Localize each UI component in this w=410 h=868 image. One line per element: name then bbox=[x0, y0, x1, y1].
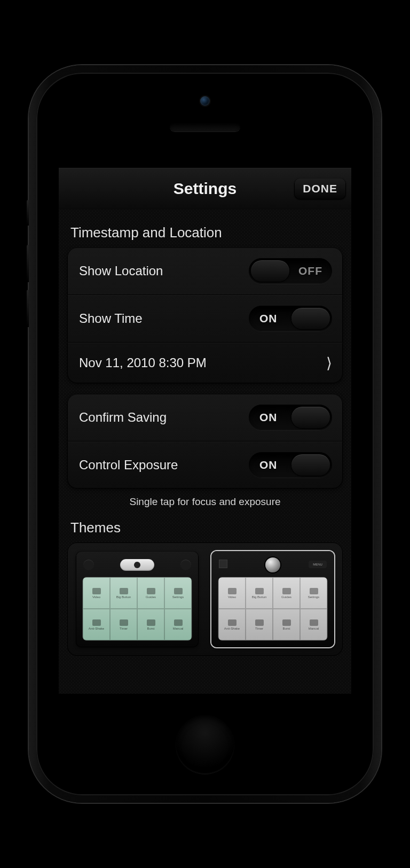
chevron-right-icon: ⟩ bbox=[326, 354, 332, 372]
phone-bezel: Settings DONE Timestamp and Location Sho… bbox=[36, 73, 374, 795]
row-control-exposure: Control Exposure ON bbox=[67, 441, 343, 489]
burst-icon bbox=[147, 619, 155, 626]
label-show-time: Show Time bbox=[79, 311, 143, 326]
menu-chip: MENU bbox=[309, 561, 327, 568]
section-title-themes: Themes bbox=[60, 510, 350, 542]
theme-cell: Video bbox=[218, 577, 246, 609]
theme-option-light[interactable]: MENU Video Big Button Guides Settings An… bbox=[211, 551, 334, 647]
label-confirm-saving: Confirm Saving bbox=[79, 410, 167, 425]
theme-cell-label: Manual bbox=[173, 627, 184, 630]
toggle-control-exposure-state: ON bbox=[259, 459, 278, 471]
row-show-time: Show Time ON bbox=[67, 294, 343, 342]
dot-icon bbox=[180, 560, 191, 570]
gear-icon bbox=[310, 588, 318, 594]
guides-icon bbox=[282, 588, 291, 594]
theme-cell-label: Guides bbox=[281, 595, 291, 599]
theme-cell-label: Timer bbox=[120, 627, 128, 630]
big-button-icon bbox=[255, 588, 264, 594]
shutter-dot-icon bbox=[265, 557, 280, 572]
toggle-show-location[interactable]: OFF bbox=[249, 258, 332, 284]
theme-cell-label: Settings bbox=[308, 595, 320, 599]
theme-cell-label: Big Button bbox=[116, 595, 131, 599]
theme-preview-grid: Video Big Button Guides Settings Anti-Sh… bbox=[218, 577, 328, 641]
anti-shake-icon bbox=[228, 619, 236, 626]
row-show-location: Show Location OFF bbox=[67, 247, 343, 294]
spacer bbox=[60, 383, 350, 394]
big-button-icon bbox=[120, 588, 128, 594]
theme-cell: Big Button bbox=[110, 577, 137, 609]
theme-cell-label: Big Button bbox=[252, 595, 267, 599]
label-control-exposure: Control Exposure bbox=[79, 458, 178, 472]
theme-cell: Settings bbox=[164, 577, 192, 609]
theme-cell-label: Anti-Shake bbox=[224, 627, 240, 630]
theme-cell: Anti-Shake bbox=[218, 609, 246, 640]
mute-switch bbox=[27, 200, 29, 226]
camera-icon bbox=[134, 562, 140, 568]
row-confirm-saving: Confirm Saving ON bbox=[67, 394, 343, 441]
theme-cell-label: Burst bbox=[147, 627, 154, 630]
gear-icon bbox=[174, 588, 183, 594]
theme-cell: Manual bbox=[300, 609, 327, 640]
shutter-pill-icon bbox=[120, 559, 154, 571]
manual-icon bbox=[174, 619, 183, 626]
toggle-show-time[interactable]: ON bbox=[249, 306, 332, 331]
square-icon bbox=[219, 560, 227, 568]
theme-cell: Guides bbox=[273, 577, 300, 609]
toggle-control-exposure[interactable]: ON bbox=[249, 452, 332, 478]
theme-cell-label: Video bbox=[228, 595, 236, 599]
theme-cell-label: Burst bbox=[282, 627, 290, 630]
section-title-timestamp: Timestamp and Location bbox=[60, 215, 350, 247]
theme-cell: Guides bbox=[137, 577, 164, 609]
toggle-confirm-saving[interactable]: ON bbox=[249, 405, 332, 430]
helper-exposure: Single tap for focus and exposure bbox=[60, 489, 350, 510]
theme-cell: Video bbox=[83, 577, 110, 609]
front-camera-icon bbox=[200, 96, 210, 106]
theme-cell: Burst bbox=[273, 609, 300, 640]
earpiece-speaker-icon bbox=[170, 122, 240, 131]
theme-cell: Timer bbox=[110, 609, 137, 640]
burst-icon bbox=[282, 619, 291, 626]
video-icon bbox=[92, 588, 101, 594]
group-saving-exposure: Confirm Saving ON Control Exposure ON bbox=[67, 394, 343, 489]
content-scroll[interactable]: Timestamp and Location Show Location OFF… bbox=[59, 210, 351, 694]
volume-up-button bbox=[27, 245, 29, 282]
page-title: Settings bbox=[174, 180, 236, 198]
theme-cell-label: Anti-Shake bbox=[89, 627, 104, 630]
theme-preview-top bbox=[79, 554, 195, 576]
manual-icon bbox=[310, 619, 318, 626]
theme-preview-grid: Video Big Button Guides Settings Anti-Sh… bbox=[82, 577, 192, 641]
toggle-show-location-state: OFF bbox=[298, 265, 322, 277]
toggle-knob-icon bbox=[291, 407, 330, 428]
theme-preview-top: MENU bbox=[215, 554, 331, 576]
theme-cell-label: Video bbox=[92, 595, 100, 599]
stage: Settings DONE Timestamp and Location Sho… bbox=[0, 0, 410, 868]
timer-icon bbox=[255, 619, 264, 626]
home-button[interactable] bbox=[176, 715, 234, 774]
volume-down-button bbox=[27, 290, 29, 327]
theme-cell-label: Timer bbox=[255, 627, 263, 630]
screen: Settings DONE Timestamp and Location Sho… bbox=[59, 168, 351, 694]
toggle-knob-icon bbox=[251, 260, 289, 282]
theme-cell: Big Button bbox=[246, 577, 273, 609]
row-date-format[interactable]: Nov 11, 2010 8:30 PM ⟩ bbox=[67, 342, 343, 383]
label-date-value: Nov 11, 2010 8:30 PM bbox=[79, 355, 207, 370]
group-themes: Video Big Button Guides Settings Anti-Sh… bbox=[67, 542, 343, 656]
toggle-knob-icon bbox=[291, 308, 330, 329]
toggle-confirm-saving-state: ON bbox=[259, 411, 278, 424]
theme-cell: Burst bbox=[137, 609, 164, 640]
anti-shake-icon bbox=[92, 619, 101, 626]
theme-option-classic[interactable]: Video Big Button Guides Settings Anti-Sh… bbox=[76, 551, 199, 647]
label-show-location: Show Location bbox=[79, 264, 163, 278]
phone-frame: Settings DONE Timestamp and Location Sho… bbox=[29, 65, 381, 803]
dot-icon bbox=[83, 560, 94, 570]
theme-cell-label: Guides bbox=[146, 595, 156, 599]
theme-cell-label: Settings bbox=[172, 595, 184, 599]
group-timestamp-location: Show Location OFF Show Time ON bbox=[67, 247, 343, 383]
done-button[interactable]: DONE bbox=[294, 178, 346, 199]
theme-cell: Anti-Shake bbox=[83, 609, 110, 640]
guides-icon bbox=[147, 588, 155, 594]
theme-cell-label: Manual bbox=[309, 627, 319, 630]
theme-cell: Manual bbox=[164, 609, 192, 640]
video-icon bbox=[228, 588, 236, 594]
navbar: Settings DONE bbox=[59, 168, 351, 210]
